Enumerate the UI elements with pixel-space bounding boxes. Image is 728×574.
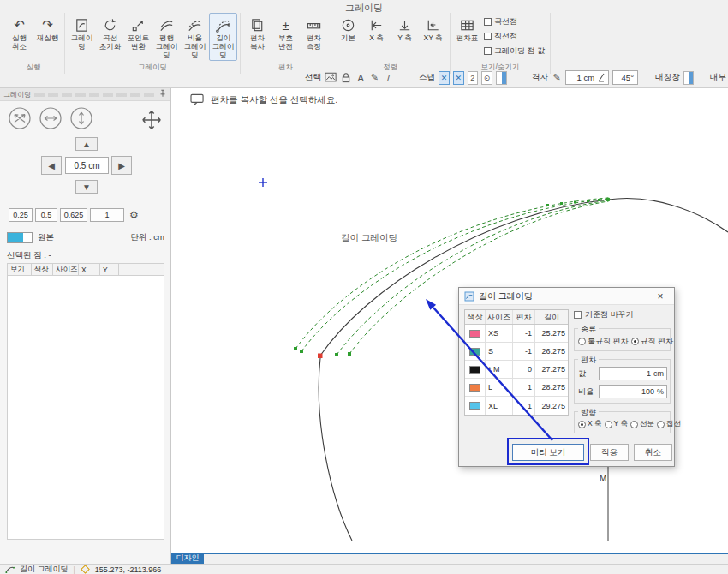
image-icon[interactable] (325, 71, 337, 85)
length-grading-dialog[interactable]: 길이 그레이딩 × 색상 사이즈 편차 길이 XS -1 25.275 S -1… (458, 287, 675, 467)
toggle-curve-points[interactable]: 곡선점 (484, 16, 517, 27)
ratio-grading-button[interactable]: 비율 그레이딩 (181, 13, 209, 61)
panel-header[interactable]: 그레이딩 (0, 88, 170, 101)
swap-base-checkbox[interactable]: 기준점 바꾸기 (574, 308, 671, 320)
deviation-ratio-input[interactable]: 100 % (599, 385, 667, 398)
deviation-table-button[interactable]: 편차표 (453, 13, 481, 45)
radio-regular-deviation[interactable]: 규칙 편차 (631, 336, 674, 347)
ribbon-group-grading: 그레이딩 곡선 초기화 포인트 변환 평행 그레이딩 비율 그레이딩 (65, 13, 241, 74)
original-color-swatch[interactable] (7, 232, 33, 243)
design-tab[interactable]: 디자인 (171, 553, 204, 564)
step-presets: 0.25 0.5 0.625 1 ⚙ (9, 208, 139, 222)
snap-circle-toggle[interactable]: ⊙ (481, 71, 492, 85)
active-tool-icon (5, 565, 15, 574)
design-separator-line (171, 553, 728, 554)
nudge-left-button[interactable]: ◀ (41, 156, 62, 175)
mirror-label: 대칭창 (655, 72, 680, 83)
align-default-button[interactable]: 기본 (334, 13, 362, 45)
size-color-swatch (469, 384, 480, 392)
radio-direction-segment[interactable]: 선분 (630, 419, 654, 429)
deviation-measure-button[interactable]: 편차 측정 (300, 13, 328, 53)
pen-icon[interactable]: ✎ (369, 71, 379, 85)
length-grading-button[interactable]: 길이 그레이딩 (209, 13, 237, 61)
grade-spread-icon-3[interactable] (69, 105, 94, 131)
preview-button[interactable]: 미리 보기 (512, 444, 584, 461)
table-row[interactable]: S -1 26.275 (465, 343, 568, 361)
grading-mode-icons (7, 105, 94, 131)
point-list[interactable] (7, 276, 164, 540)
apply-button[interactable]: 적용 (590, 444, 629, 461)
parallel-grading-icon (158, 15, 176, 34)
preset-05-button[interactable]: 0.5 (35, 208, 57, 222)
group-label-deviation: 편차 (278, 61, 293, 74)
table-row[interactable]: L 1 28.275 (465, 379, 568, 397)
table-row[interactable]: XL 1 29.275 (465, 397, 568, 415)
point-convert-button[interactable]: 포인트 변환 (124, 13, 152, 53)
close-icon[interactable]: × (648, 289, 672, 304)
step-value-input[interactable]: 0.5 cm (65, 157, 109, 174)
align-x-axis-button[interactable]: X 축 (362, 13, 391, 45)
checkbox-icon (574, 311, 582, 319)
cancel-button[interactable]: 취소 (634, 444, 672, 461)
radio-irregular-deviation[interactable]: 불규칙 편차 (578, 336, 629, 347)
snap-area-toggle[interactable] (496, 71, 507, 85)
nudge-right-button[interactable]: ▶ (111, 156, 132, 175)
align-xy-axis-button[interactable]: XY 축 (419, 13, 447, 45)
radio-icon (630, 421, 638, 428)
redo-button[interactable]: ↷ 재실행 (33, 13, 62, 45)
snap-intersection-toggle[interactable]: ✕ (453, 71, 464, 85)
preset-0625-button[interactable]: 0.625 (60, 208, 87, 222)
active-tool-label: 길이 그레이딩 (20, 564, 69, 574)
toggle-grading-point-values[interactable]: 그레이딩 점 값 (484, 45, 545, 57)
radio-icon (631, 338, 639, 345)
snap-point-toggle[interactable]: ✕ (439, 71, 450, 85)
deviation-value-input[interactable]: 1 cm (599, 367, 667, 380)
length-grading-icon (214, 15, 233, 34)
undo-button[interactable]: ↶ 실행 취소 (5, 13, 33, 53)
grading-point-value-icon (484, 47, 492, 55)
radio-direction-y[interactable]: Y 축 (605, 419, 628, 429)
align-y-axis-button[interactable]: Y 축 (391, 13, 419, 45)
snap-label: 스냅 (419, 72, 435, 83)
nudge-up-button[interactable]: ▲ (75, 137, 98, 151)
deviation-copy-button[interactable]: 편차 복사 (243, 13, 272, 53)
grade-spread-icon-1[interactable] (7, 105, 33, 131)
table-row[interactable]: XS -1 25.275 (465, 325, 568, 343)
lock-icon[interactable] (340, 71, 352, 85)
angle-input[interactable]: 45° (612, 70, 638, 85)
mirror-toggle[interactable] (683, 71, 695, 85)
undo-label: 실행 취소 (12, 34, 27, 51)
text-icon[interactable]: A (355, 71, 366, 85)
pin-icon[interactable] (158, 89, 167, 99)
grade-spread-icon-2[interactable] (38, 105, 63, 131)
ribbon-group-view: 편차표 곡선점 직선점 그레이딩 점 값 (451, 13, 551, 74)
toggle-line-points[interactable]: 직선점 (484, 31, 517, 42)
nudge-down-button[interactable]: ▼ (75, 180, 98, 194)
dialog-options: 기준점 바꾸기 종류 불규칙 편차 규칙 편차 편차 값 1 (574, 308, 671, 433)
hint-text: 편차를 복사할 선을 선택하세요. (211, 94, 337, 106)
parallel-grading-button[interactable]: 평행 그레이딩 (152, 13, 181, 61)
size-table[interactable]: 색상 사이즈 편차 길이 XS -1 25.275 S -1 26.275 * … (464, 309, 569, 416)
grid-pen-icon[interactable]: ✎ (552, 71, 562, 85)
move-all-icon[interactable] (140, 109, 163, 131)
grid-size-input[interactable]: 1 cm (565, 70, 609, 85)
preset-025-button[interactable]: 0.25 (9, 208, 33, 222)
curve-reset-icon (101, 15, 120, 34)
ruler-icon (597, 73, 606, 83)
snap-count-input[interactable]: 2 (468, 71, 479, 85)
radio-direction-x[interactable]: X 축 (578, 419, 602, 429)
preset-1-button[interactable]: 1 (90, 208, 124, 222)
undo-icon: ↶ (10, 15, 29, 34)
sign-invert-button[interactable]: ± 부호 반전 (272, 13, 300, 53)
curve-reset-button[interactable]: 곡선 초기화 (96, 13, 124, 53)
radio-icon (605, 421, 612, 428)
grading-button[interactable]: 그레이딩 (68, 13, 96, 53)
table-row[interactable]: * M 0 27.275 (465, 361, 568, 379)
gear-icon[interactable]: ⚙ (129, 209, 139, 221)
deviation-copy-icon (248, 15, 267, 34)
direction-groupbox: 방향 X 축 Y 축 선분 접선 (574, 411, 671, 433)
ribbon-group-align: 기본 X 축 Y 축 XY 축 정렬 (331, 13, 451, 74)
radio-direction-tangent[interactable]: 접선 (657, 419, 681, 429)
line-icon[interactable]: / (383, 71, 393, 85)
dialog-titlebar[interactable]: 길이 그레이딩 × (459, 288, 674, 305)
